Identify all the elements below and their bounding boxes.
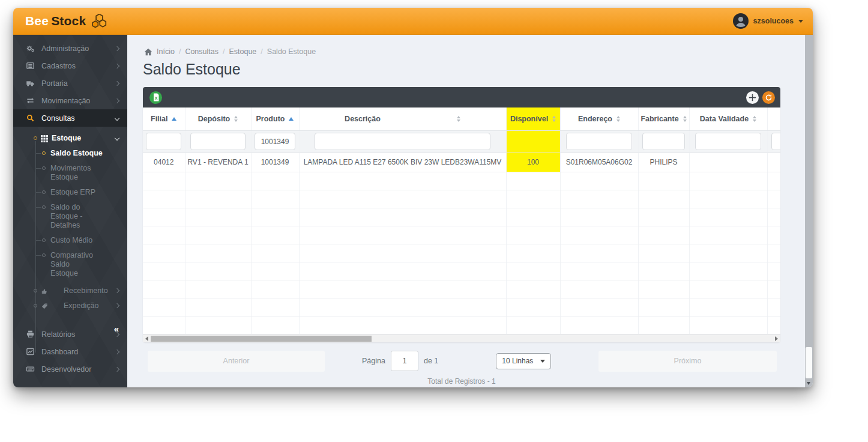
breadcrumb-consultas[interactable]: Consultas <box>185 47 225 56</box>
column-header-overflow <box>767 107 780 130</box>
filter-input-filial[interactable] <box>146 133 181 150</box>
filter-input-fabricante[interactable] <box>642 133 685 150</box>
results-panel: X <box>143 87 780 342</box>
column-header-endereco[interactable]: Endereço <box>560 107 638 130</box>
rows-per-page-select[interactable]: 10 Linhas <box>496 353 551 369</box>
column-header-produto[interactable]: Produto <box>251 107 299 130</box>
user-menu[interactable]: szsolucoes <box>733 13 803 29</box>
submenu-item-saldo-estoque[interactable]: Saldo Estoque <box>13 146 127 161</box>
scroll-down-icon[interactable] <box>807 382 810 385</box>
sidebar-collapse-button[interactable]: « <box>114 324 119 334</box>
page-of-label: de 1 <box>424 357 438 365</box>
filter-input-data-validade[interactable] <box>695 133 761 150</box>
filter-input-produto[interactable] <box>255 133 295 150</box>
sort-icon <box>234 116 238 122</box>
grid-icon <box>41 135 48 145</box>
breadcrumb-estoque[interactable]: Estoque <box>229 47 262 56</box>
empty-row <box>143 298 780 316</box>
chevron-down-icon <box>798 20 803 23</box>
sidebar-item-desenvolvedor[interactable]: Desenvolvedor <box>13 360 127 378</box>
consultas-submenu: Estoque Saldo Estoque Movimentos Estoque… <box>13 127 127 317</box>
submenu-item-label: Recebimento <box>50 286 115 295</box>
total-records-label: Total de Registros - 1 <box>143 377 780 386</box>
submenu-bullet <box>42 253 46 257</box>
empty-row <box>143 280 780 298</box>
submenu-item-label: Saldo Estoque <box>50 149 119 158</box>
chevron-right-icon <box>115 303 119 308</box>
scroll-left-icon[interactable] <box>145 336 148 341</box>
column-header-filial[interactable]: Filial <box>143 107 185 130</box>
horizontal-scrollbar-thumb[interactable] <box>151 336 372 342</box>
previous-page-button[interactable]: Anterior <box>148 351 325 372</box>
filter-input-overflow[interactable] <box>771 133 780 150</box>
submenu-item-custo-medio[interactable]: Custo Médio <box>13 233 127 248</box>
table-scroll-area: Filial Depósito Produto Descrição Dispon… <box>143 107 780 335</box>
avatar <box>733 13 749 29</box>
sort-icon <box>552 116 556 122</box>
cell-deposito: RV1 - REVENDA 1 <box>185 153 251 172</box>
submenu-item-label: Estoque ERP <box>50 188 119 197</box>
submenu-bullet <box>42 166 46 170</box>
submenu-bullet <box>42 151 46 155</box>
submenu-item-recebimento[interactable]: Recebimento <box>13 283 127 298</box>
column-header-fabricante[interactable]: Fabricante <box>638 107 689 130</box>
move-icon <box>749 94 756 101</box>
sidebar-item-portaria[interactable]: Portaria <box>13 74 127 92</box>
svg-text:X: X <box>154 96 157 100</box>
sidebar-item-movimentacao[interactable]: Movimentação <box>13 92 127 109</box>
breadcrumb-inicio[interactable]: Início <box>157 47 181 56</box>
submenu-item-estoque[interactable]: Estoque <box>13 131 127 146</box>
main-content: Início Consultas Estoque Saldo Estoque S… <box>127 35 813 387</box>
sort-asc-icon <box>172 117 176 121</box>
submenu-item-estoque-erp[interactable]: Estoque ERP <box>13 185 127 200</box>
filter-input-endereco[interactable] <box>566 133 632 150</box>
saldo-estoque-table: Filial Depósito Produto Descrição Dispon… <box>143 107 780 335</box>
column-header-descricao[interactable]: Descrição <box>299 107 506 130</box>
submenu-item-label: Custo Médio <box>50 236 119 245</box>
columns-move-button[interactable] <box>746 91 759 104</box>
sidebar-item-consultas[interactable]: Consultas <box>13 109 127 127</box>
refresh-button[interactable] <box>762 91 775 104</box>
excel-file-icon: X <box>152 93 160 101</box>
sidebar-item-cadastros[interactable]: Cadastros <box>13 57 127 74</box>
chart-icon <box>26 347 35 356</box>
export-excel-button[interactable]: X <box>149 91 162 104</box>
sidebar-item-dashboard[interactable]: Dashboard <box>13 343 127 360</box>
sidebar-item-relatorios[interactable]: Relatórios <box>13 325 127 343</box>
column-header-disponivel[interactable]: Disponível <box>506 107 560 130</box>
cell-filial: 04012 <box>143 153 185 172</box>
username: szsolucoes <box>753 17 794 25</box>
cell-fabricante: PHILIPS <box>638 153 689 172</box>
submenu-item-movimentos-estoque[interactable]: Movimentos Estoque <box>13 161 127 185</box>
cell-disponivel: 100 <box>506 153 560 172</box>
column-header-data-validade[interactable]: Data Validade <box>689 107 767 130</box>
scroll-right-icon[interactable] <box>775 336 778 341</box>
vertical-scrollbar-thumb[interactable] <box>806 347 812 378</box>
sidebar-item-label: Desenvolvedor <box>41 365 91 374</box>
vertical-scrollbar[interactable] <box>805 35 813 387</box>
chevron-down-icon <box>540 360 545 363</box>
page-number-input[interactable] <box>391 351 418 371</box>
submenu-item-expedicao[interactable]: Expedição <box>13 298 127 313</box>
sidebar-item-administracao[interactable]: Administração <box>13 40 127 57</box>
beestock-logo[interactable]: BeeStock <box>25 14 108 29</box>
table-row[interactable]: 04012 RV1 - REVENDA 1 1001349 LAMPADA LE… <box>143 153 780 172</box>
column-header-deposito[interactable]: Depósito <box>185 107 251 130</box>
page-title: Saldo Estoque <box>143 61 813 78</box>
submenu-item-label: Movimentos Estoque <box>50 164 119 182</box>
filter-input-deposito[interactable] <box>190 133 246 150</box>
sidebar-item-label: Cadastros <box>41 62 76 70</box>
pagination: Anterior Página de 1 10 Linhas Próximo <box>143 351 780 372</box>
next-page-button[interactable]: Próximo <box>598 351 777 372</box>
filter-input-descricao[interactable] <box>315 133 490 150</box>
submenu-item-saldo-estoque-detalhes[interactable]: Saldo do Estoque - Detalhes <box>13 200 127 233</box>
submenu-item-comparativo-saldo-estoque[interactable]: Comparativo Saldo Estoque <box>13 248 127 281</box>
sort-icon <box>457 116 460 122</box>
search-icon <box>26 114 35 123</box>
sidebar-item-label: Movimentação <box>41 97 90 105</box>
sort-icon <box>616 116 620 122</box>
horizontal-scrollbar[interactable] <box>143 335 780 342</box>
sidebar-item-label: Dashboard <box>41 348 78 356</box>
refresh-icon <box>765 94 773 101</box>
breadcrumb-saldo-estoque: Saldo Estoque <box>267 47 316 56</box>
